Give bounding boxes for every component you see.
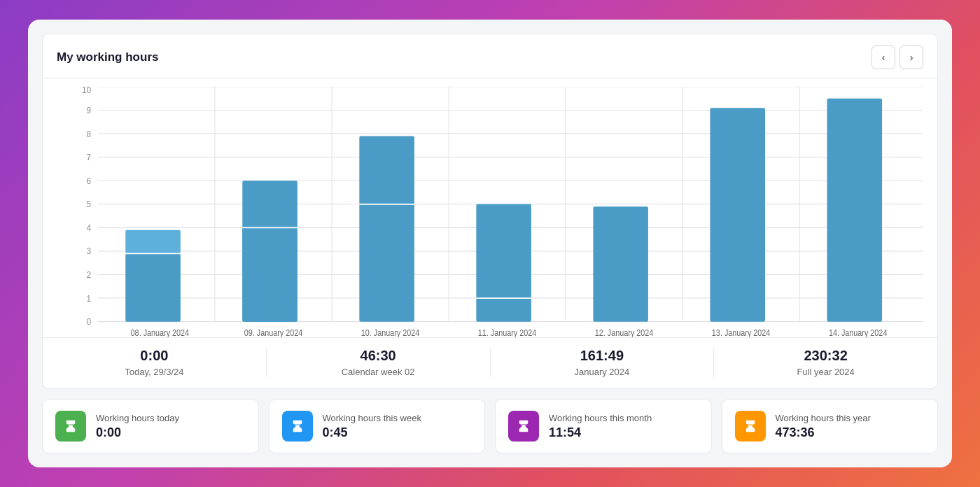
summary-today: 0:00 Today, 29/3/24: [43, 348, 267, 377]
svg-rect-39: [359, 136, 414, 321]
stat-value-week: 0:45: [323, 425, 421, 440]
svg-rect-28: [125, 253, 181, 321]
stat-text-week: Working hours this week 0:45: [323, 413, 421, 440]
svg-text:3: 3: [87, 246, 92, 257]
svg-rect-42: [476, 204, 531, 322]
summary-year-time: 230:32: [804, 348, 847, 364]
stat-icon-today: [55, 411, 86, 442]
svg-text:11. January 2024: 11. January 2024: [478, 328, 537, 337]
svg-text:12. January 2024: 12. January 2024: [595, 328, 654, 337]
outer-card: My working hours ‹ ›: [28, 20, 952, 467]
stat-value-today: 0:00: [96, 425, 179, 440]
stat-value-year: 473:36: [776, 425, 871, 440]
svg-text:10: 10: [82, 87, 91, 95]
svg-text:10. January 2024: 10. January 2024: [361, 328, 420, 337]
svg-text:0: 0: [87, 316, 92, 327]
stat-card-month: Working hours this month 11:54: [495, 399, 712, 453]
svg-text:14. January 2024: 14. January 2024: [829, 328, 888, 337]
stat-text-year: Working hours this year 473:36: [776, 413, 871, 440]
svg-rect-49: [827, 99, 882, 322]
main-card: My working hours ‹ ›: [42, 34, 938, 389]
summary-month-label: January 2024: [574, 367, 629, 377]
stat-text-today: Working hours today 0:00: [96, 413, 179, 440]
summary-month-time: 161:49: [580, 348, 624, 364]
bottom-cards: Working hours today 0:00 Working hours t…: [42, 399, 938, 453]
hourglass-icon-week: [290, 418, 305, 434]
nav-buttons: ‹ ›: [872, 45, 923, 69]
summary-today-time: 0:00: [140, 348, 168, 364]
summary-year-label: Full year 2024: [797, 367, 854, 377]
summary-year: 230:32 Full year 2024: [714, 348, 937, 377]
svg-text:13. January 2024: 13. January 2024: [712, 328, 771, 337]
svg-text:4: 4: [87, 223, 92, 233]
svg-text:5: 5: [87, 199, 92, 210]
svg-text:7: 7: [87, 152, 92, 162]
stat-icon-year: [735, 411, 766, 442]
card-header: My working hours ‹ ›: [43, 34, 937, 78]
summary-week: 46:30 Calendar week 02: [267, 348, 491, 377]
stat-name-today: Working hours today: [96, 413, 179, 423]
summary-row: 0:00 Today, 29/3/24 46:30 Calendar week …: [43, 337, 937, 388]
stat-card-year: Working hours this year 473:36: [722, 399, 939, 453]
stat-text-month: Working hours this month 11:54: [549, 413, 652, 440]
svg-text:09. January 2024: 09. January 2024: [244, 328, 303, 337]
next-button[interactable]: ›: [899, 45, 923, 69]
summary-week-label: Calendar week 02: [342, 367, 415, 377]
chart-area: 0 1 2 3 4 5 6 7 8 9 10: [43, 78, 937, 337]
svg-text:08. January 2024: 08. January 2024: [131, 328, 190, 337]
stat-icon-month: [508, 411, 539, 442]
card-title: My working hours: [57, 50, 158, 64]
svg-text:1: 1: [87, 293, 92, 304]
stat-name-week: Working hours this week: [323, 413, 421, 423]
hourglass-icon-year: [743, 418, 758, 434]
svg-text:8: 8: [87, 129, 92, 139]
prev-button[interactable]: ‹: [872, 45, 895, 69]
svg-rect-36: [242, 181, 298, 321]
svg-rect-45: [593, 206, 648, 321]
stat-card-today: Working hours today 0:00: [42, 399, 259, 453]
bar-chart: 0 1 2 3 4 5 6 7 8 9 10: [57, 87, 923, 337]
summary-month: 161:49 January 2024: [491, 348, 715, 377]
hourglass-icon-month: [516, 418, 531, 434]
svg-text:6: 6: [87, 176, 92, 186]
stat-card-week: Working hours this week 0:45: [269, 399, 486, 453]
hourglass-icon-today: [63, 418, 78, 434]
summary-week-time: 46:30: [360, 348, 396, 364]
stat-name-year: Working hours this year: [776, 413, 871, 423]
svg-rect-29: [125, 230, 181, 254]
stat-icon-week: [282, 411, 313, 442]
stat-name-month: Working hours this month: [549, 413, 652, 423]
svg-text:9: 9: [87, 105, 92, 115]
stat-value-month: 11:54: [549, 425, 652, 440]
svg-rect-47: [710, 108, 765, 321]
summary-today-label: Today, 29/3/24: [125, 367, 183, 377]
svg-text:2: 2: [87, 269, 92, 280]
